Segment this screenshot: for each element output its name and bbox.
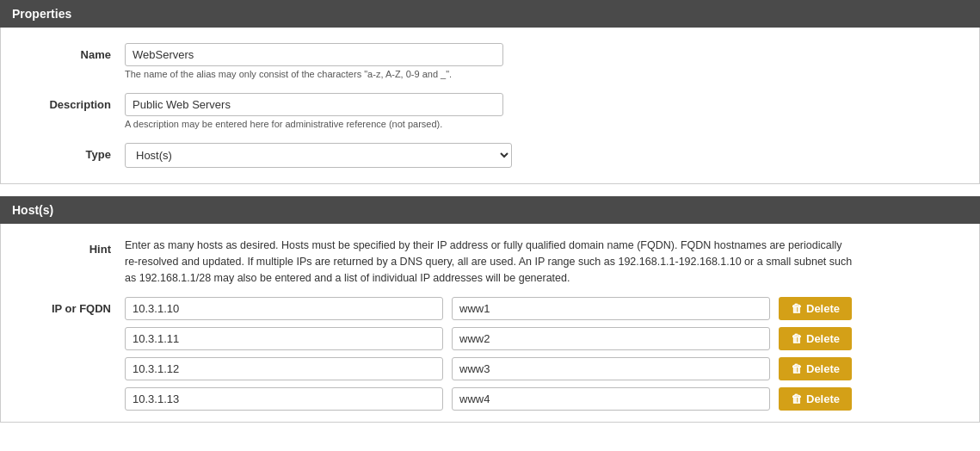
table-row: 🗑 Delete — [125, 297, 967, 320]
type-select[interactable]: Host(s) Network(s) Port(s) URL Table (IP… — [125, 143, 512, 168]
description-hint: A description may be entered here for ad… — [125, 119, 967, 129]
table-row: 🗑 Delete — [125, 327, 967, 350]
table-row: 🗑 Delete — [125, 357, 967, 380]
trash-icon-3: 🗑 — [791, 362, 802, 375]
delete-button-3[interactable]: 🗑 Delete — [779, 357, 852, 380]
hint-row: Hint Enter as many hosts as desired. Hos… — [1, 231, 979, 293]
hosts-header: Host(s) — [0, 196, 980, 224]
name-hint: The name of the alias may only consist o… — [125, 69, 967, 79]
trash-icon-1: 🗑 — [791, 302, 802, 315]
properties-section: Properties Name The name of the alias ma… — [0, 0, 980, 184]
fqdn-input-3[interactable] — [452, 357, 770, 380]
name-label: Name — [13, 43, 125, 61]
fqdn-input-4[interactable] — [452, 387, 770, 411]
hint-text: Enter as many hosts as desired. Hosts mu… — [125, 238, 856, 286]
description-row: Description A description may be entered… — [1, 86, 979, 136]
properties-header: Properties — [0, 0, 980, 28]
delete-button-2[interactable]: 🗑 Delete — [779, 327, 852, 350]
fqdn-input-1[interactable] — [452, 297, 770, 320]
trash-icon-2: 🗑 — [791, 332, 802, 345]
hint-label: Hint — [13, 238, 125, 256]
delete-button-1[interactable]: 🗑 Delete — [779, 297, 852, 320]
ip-fqdn-section: IP or FQDN 🗑 Delete 🗑 — [1, 293, 979, 415]
trash-icon-4: 🗑 — [791, 392, 802, 405]
ip-fqdn-label: IP or FQDN — [13, 297, 125, 315]
description-input[interactable] — [125, 93, 503, 116]
ip-fields-container: 🗑 Delete 🗑 Delete — [125, 297, 967, 411]
fqdn-input-2[interactable] — [452, 327, 770, 350]
ip-input-3[interactable] — [125, 357, 443, 380]
name-input[interactable] — [125, 43, 503, 66]
hosts-section: Host(s) Hint Enter as many hosts as desi… — [0, 196, 980, 423]
delete-button-4[interactable]: 🗑 Delete — [779, 387, 852, 411]
table-row: 🗑 Delete — [125, 387, 967, 411]
description-label: Description — [13, 93, 125, 111]
type-row: Type Host(s) Network(s) Port(s) URL Tabl… — [1, 136, 979, 175]
ip-input-2[interactable] — [125, 327, 443, 350]
type-label: Type — [13, 143, 125, 161]
ip-input-4[interactable] — [125, 387, 443, 411]
name-row: Name The name of the alias may only cons… — [1, 36, 979, 86]
ip-input-1[interactable] — [125, 297, 443, 320]
